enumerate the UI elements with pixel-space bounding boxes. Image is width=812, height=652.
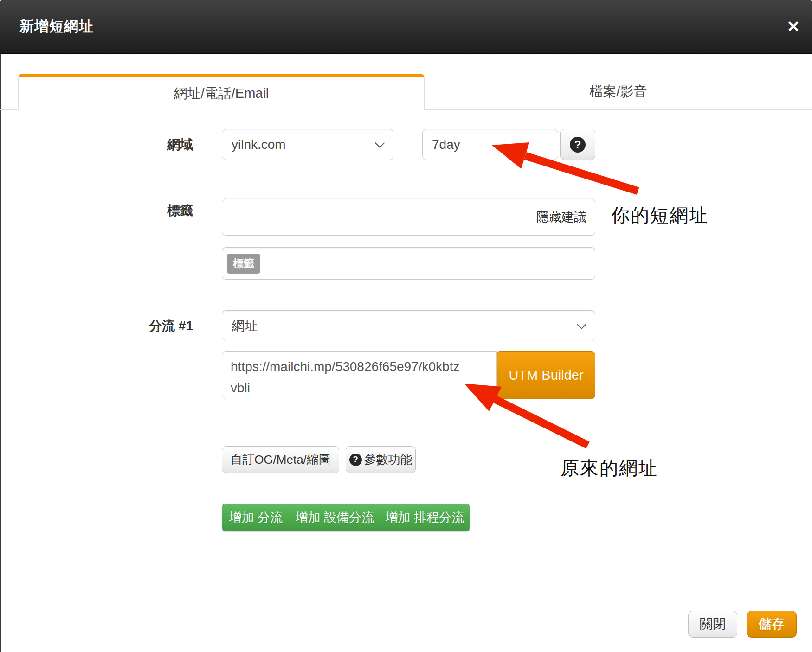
params-button[interactable]: ? 參數功能 [346, 446, 416, 473]
help-button[interactable]: ? [560, 129, 595, 160]
utm-builder-button[interactable]: UTM Builder [497, 351, 595, 399]
add-device-split-button[interactable]: 增加 設備分流 [290, 504, 380, 531]
split-label: 分流 #1 [0, 310, 193, 341]
modal-header: 新增短網址 ✕ [0, 0, 812, 54]
close-icon[interactable]: ✕ [787, 19, 800, 34]
short-url-annotation: 你的短網址 [611, 203, 709, 228]
add-short-url-modal: 新增短網址 ✕ 網址/電話/Email 檔案/影音 網域 yilnk.com ?… [0, 0, 812, 652]
domain-label: 網域 [0, 129, 193, 160]
domain-select[interactable]: yilnk.com [222, 129, 393, 160]
question-mark-icon: ? [570, 137, 586, 153]
question-mark-icon: ? [349, 454, 362, 466]
custom-og-button[interactable]: 自訂OG/Meta/縮圖 [222, 446, 339, 473]
modal-title: 新增短網址 [19, 17, 94, 36]
hide-suggestions-link[interactable]: 隱藏建議 [536, 209, 586, 225]
original-url-annotation: 原來的網址 [561, 455, 658, 481]
add-buttons-group: 增加 分流 增加 設備分流 增加 排程分流 [222, 504, 470, 531]
tags-input[interactable]: 標籤 [222, 247, 595, 280]
save-button[interactable]: 儲存 [747, 611, 797, 638]
tags-label: 標籤 [0, 195, 193, 226]
add-schedule-split-button[interactable]: 增加 排程分流 [380, 504, 470, 531]
target-url-textarea[interactable]: https://mailchi.mp/530826f65e97/k0kbtzvb… [222, 351, 497, 399]
footer-divider [0, 594, 812, 594]
add-split-button[interactable]: 增加 分流 [222, 504, 290, 531]
split-type-select[interactable]: 網址 [222, 310, 595, 341]
slug-input[interactable] [422, 129, 558, 160]
tab-file-media[interactable]: 檔案/影音 [425, 74, 812, 109]
close-button[interactable]: 關閉 [688, 611, 737, 638]
tag-suggestion-box[interactable]: 隱藏建議 [222, 198, 595, 236]
tag-badge: 標籤 [227, 254, 260, 274]
tab-url-phone-email[interactable]: 網址/電話/Email [18, 74, 425, 110]
params-button-label: 參數功能 [364, 452, 412, 468]
